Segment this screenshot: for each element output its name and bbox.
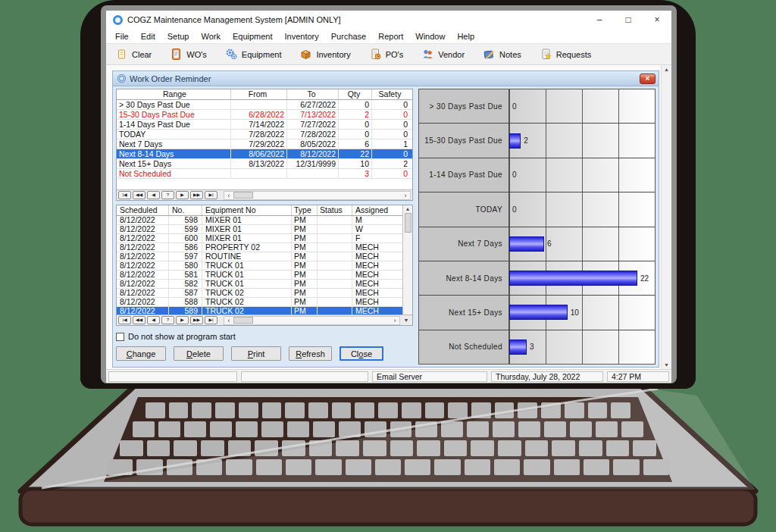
column-header-equipment[interactable]: Equipment No: [202, 205, 291, 215]
vcr-button[interactable]: ▶: [176, 316, 189, 324]
scroll-right-icon[interactable]: ›: [390, 317, 399, 324]
range-table-row[interactable]: Not Scheduled 3 0: [117, 169, 412, 179]
column-header-qty[interactable]: Qty: [338, 89, 371, 99]
column-header-type[interactable]: Type: [291, 205, 317, 215]
cell-type: PM: [291, 289, 317, 297]
toolbar-label: Clear: [132, 50, 152, 59]
column-header-scheduled[interactable]: Scheduled: [117, 205, 168, 215]
work-order-row[interactable]: 8/12/2022 582 TRUCK 01 PM MECH: [117, 280, 402, 289]
hscroll-thumb[interactable]: [233, 317, 253, 324]
vcr-button[interactable]: |◀: [118, 316, 131, 324]
laptop-key: [518, 421, 540, 437]
toolbar-pos-button[interactable]: PO's: [369, 48, 404, 61]
vcr-button[interactable]: ▶: [176, 191, 189, 199]
toolbar-equipment-button[interactable]: Equipment: [225, 48, 282, 61]
toolbar-inventory-button[interactable]: Inventory: [299, 48, 350, 61]
range-table-row[interactable]: Next 7 Days 7/29/2022 8/05/2022 6 1: [117, 139, 412, 149]
vcr-button[interactable]: ?: [161, 316, 174, 324]
range-table-row[interactable]: Next 15+ Days 8/13/2022 12/31/9999 10 2: [117, 159, 412, 169]
work-order-row[interactable]: 8/12/2022 588 TRUCK 02 PM MECH: [117, 298, 402, 307]
column-header-safety[interactable]: Safety: [371, 89, 412, 99]
menu-item[interactable]: Help: [451, 32, 480, 41]
vcr-button[interactable]: ?: [161, 191, 174, 199]
toolbar-requests-button[interactable]: Requests: [540, 48, 591, 61]
work-order-row[interactable]: 8/12/2022 600 MIXER 01 PM F: [117, 234, 402, 243]
scroll-left-icon[interactable]: ‹: [224, 317, 233, 324]
range-table-row[interactable]: TODAY 7/28/2022 7/28/2022 0 0: [117, 130, 412, 139]
mdi-vscrollbar[interactable]: ▲ ▼: [661, 65, 671, 369]
toolbar-notes-button[interactable]: Notes: [483, 48, 521, 61]
column-header-range[interactable]: Range: [117, 89, 230, 99]
print-button[interactable]: Print: [231, 346, 281, 361]
menu-item[interactable]: File: [109, 32, 135, 41]
range-table-row[interactable]: 1-14 Days Past Due 7/14/2022 7/27/2022 0…: [117, 120, 412, 130]
wo-table-hscrollbar[interactable]: ‹ ›: [224, 316, 400, 325]
close-button[interactable]: Close: [340, 346, 383, 361]
range-table-row[interactable]: 15-30 Days Past Due 6/28/2022 7/13/2022 …: [117, 110, 412, 120]
vscroll-thumb[interactable]: [405, 213, 411, 233]
cell-equipment: MIXER 01: [202, 225, 291, 233]
work-order-row[interactable]: 8/12/2022 581 TRUCK 01 PM MECH: [117, 271, 402, 280]
vcr-button[interactable]: ▶|: [205, 316, 217, 324]
menu-item[interactable]: Equipment: [227, 32, 279, 41]
work-order-row[interactable]: 8/12/2022 587 TRUCK 02 PM MECH: [117, 289, 402, 298]
work-order-row[interactable]: 8/12/2022 586 PROPERTY 02 PM MECH: [117, 243, 402, 252]
work-order-row[interactable]: 8/12/2022 580 TRUCK 01 PM MECH: [117, 261, 402, 271]
vcr-button[interactable]: ▶▶: [190, 191, 203, 199]
maximize-icon[interactable]: □: [614, 11, 643, 29]
delete-button[interactable]: Delete: [174, 346, 224, 361]
vcr-button[interactable]: ◀: [147, 191, 160, 199]
scroll-up-icon[interactable]: ▲: [405, 206, 411, 211]
menu-item[interactable]: Window: [409, 32, 451, 41]
toolbar-wos-button[interactable]: WO's: [170, 48, 207, 61]
vcr-button[interactable]: ◀◀: [133, 316, 146, 324]
menu-item[interactable]: Report: [372, 32, 409, 41]
chart-plot-area: 3: [508, 330, 655, 364]
vcr-button[interactable]: ◀: [147, 316, 160, 324]
toolbar-vendor-button[interactable]: Vendor: [421, 48, 465, 61]
menu-item[interactable]: Inventory: [279, 32, 325, 41]
scroll-down-icon[interactable]: ▼: [402, 317, 411, 324]
cell-equipment: TRUCK 01: [202, 280, 291, 288]
range-table-hscrollbar[interactable]: ‹ ›: [224, 191, 411, 200]
work-order-row[interactable]: 8/12/2022 597 ROUTINE PM MECH: [117, 252, 402, 261]
column-header-no[interactable]: No.: [168, 205, 202, 215]
column-header-status[interactable]: Status: [317, 205, 352, 215]
range-table-row[interactable]: Next 8-14 Days 8/06/2022 8/12/2022 22 0: [117, 149, 412, 159]
laptop-key: [467, 421, 489, 437]
vcr-button[interactable]: ▶▶: [190, 316, 203, 324]
vcr-button[interactable]: ▶|: [205, 191, 217, 199]
dialog-close-button[interactable]: ×: [640, 74, 656, 84]
refresh-button[interactable]: Refresh: [289, 346, 332, 361]
change-button[interactable]: Change: [116, 346, 166, 361]
menu-item[interactable]: Work: [195, 32, 226, 41]
cell-no: 599: [168, 225, 202, 233]
minimize-icon[interactable]: –: [585, 11, 614, 29]
column-header-from[interactable]: From: [230, 89, 286, 99]
menu-item[interactable]: Purchase: [325, 32, 372, 41]
column-header-assigned[interactable]: Assigned: [352, 205, 402, 215]
menu-item[interactable]: Edit: [135, 32, 161, 41]
scroll-left-icon[interactable]: ‹: [224, 192, 233, 199]
work-order-row[interactable]: 8/12/2022 589 TRUCK 02 PM MECH: [117, 307, 402, 315]
scroll-right-icon[interactable]: ›: [401, 192, 410, 199]
work-order-row[interactable]: 8/12/2022 599 MIXER 01 PM W: [117, 225, 402, 234]
menu-item[interactable]: Setup: [161, 32, 196, 41]
range-table-row[interactable]: > 30 Days Past Due 6/27/2022 0 0: [117, 100, 412, 110]
vcr-button[interactable]: ◀◀: [133, 191, 146, 199]
close-icon[interactable]: ×: [643, 11, 671, 29]
toolbar-clear-button[interactable]: Clear: [115, 48, 152, 61]
range-table-header: Range From To Qty Safety: [117, 89, 412, 100]
laptop-key: [308, 402, 328, 418]
column-header-to[interactable]: To: [286, 89, 338, 99]
cell-range: 1-14 Days Past Due: [117, 120, 230, 129]
scroll-down-icon[interactable]: ▼: [664, 362, 669, 368]
do-not-show-checkbox[interactable]: [116, 333, 124, 341]
vcr-buttons: |◀◀◀◀?▶▶▶▶|: [118, 191, 217, 199]
hscroll-thumb[interactable]: [233, 192, 253, 199]
wo-table-vscrollbar[interactable]: ▲: [402, 205, 412, 315]
work-order-row[interactable]: 8/12/2022 598 MIXER 01 PM M: [117, 216, 402, 225]
scroll-up-icon[interactable]: ▲: [664, 67, 669, 72]
checkbox-label: Do not show at program start: [128, 332, 236, 341]
vcr-button[interactable]: |◀: [118, 191, 131, 199]
